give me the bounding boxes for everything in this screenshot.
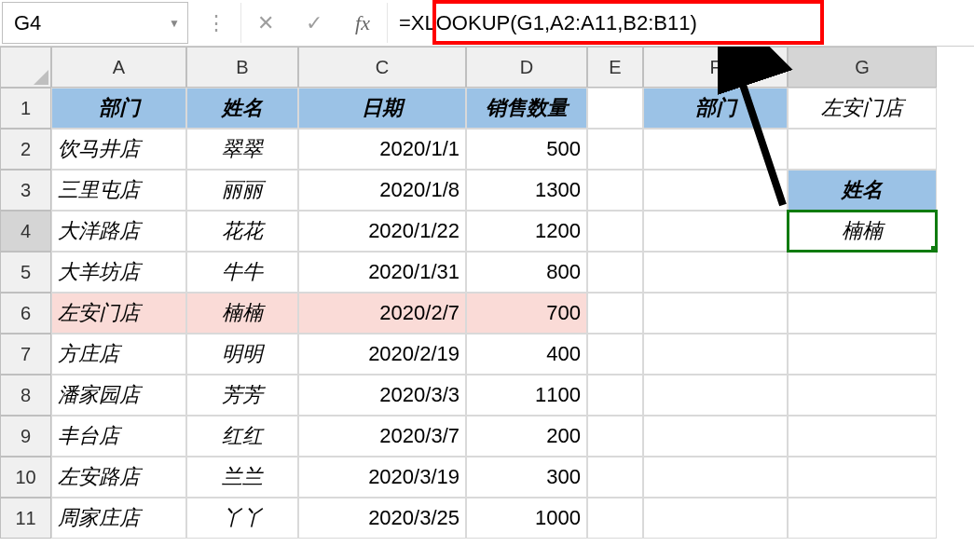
cell-D1[interactable]: 销售数量 [466, 88, 587, 129]
cell-D8[interactable]: 1100 [466, 375, 587, 416]
col-header-A[interactable]: A [51, 47, 186, 88]
row-header-2[interactable]: 2 [0, 129, 51, 170]
cell-E5[interactable] [587, 252, 643, 293]
cell-A4[interactable]: 大洋路店 [51, 211, 186, 252]
cell-B3[interactable]: 丽丽 [186, 170, 298, 211]
cell-C11[interactable]: 2020/3/25 [298, 498, 466, 539]
cell-B7[interactable]: 明明 [186, 334, 298, 375]
cell-F5[interactable] [643, 252, 788, 293]
cell-C10[interactable]: 2020/3/19 [298, 457, 466, 498]
select-all-corner[interactable] [0, 47, 51, 88]
cell-D9[interactable]: 200 [466, 416, 587, 457]
cell-F2[interactable] [643, 129, 788, 170]
cell-E3[interactable] [587, 170, 643, 211]
col-header-C[interactable]: C [298, 47, 466, 88]
spreadsheet-grid[interactable]: A B C D E F G 1 部门 姓名 日期 销售数量 部门 左安门店 2 … [0, 47, 974, 539]
cell-C6[interactable]: 2020/2/7 [298, 293, 466, 334]
row-header-4[interactable]: 4 [0, 211, 51, 252]
cell-D6[interactable]: 700 [466, 293, 587, 334]
cell-A1[interactable]: 部门 [51, 88, 186, 129]
cell-A6[interactable]: 左安门店 [51, 293, 186, 334]
row-header-1[interactable]: 1 [0, 88, 51, 129]
row-header-11[interactable]: 11 [0, 498, 51, 539]
cell-C8[interactable]: 2020/3/3 [298, 375, 466, 416]
cell-E10[interactable] [587, 457, 643, 498]
cell-E4[interactable] [587, 211, 643, 252]
cancel-icon[interactable]: ✕ [241, 0, 290, 46]
cell-F3[interactable] [643, 170, 788, 211]
cell-G3[interactable]: 姓名 [788, 170, 937, 211]
col-header-G[interactable]: G [788, 47, 937, 88]
cell-C9[interactable]: 2020/3/7 [298, 416, 466, 457]
cell-E1[interactable] [587, 88, 643, 129]
cell-G9[interactable] [788, 416, 937, 457]
cell-E7[interactable] [587, 334, 643, 375]
cell-B2[interactable]: 翠翠 [186, 129, 298, 170]
row-header-9[interactable]: 9 [0, 416, 51, 457]
cell-C1[interactable]: 日期 [298, 88, 466, 129]
cell-F1[interactable]: 部门 [643, 88, 788, 129]
cell-B4[interactable]: 花花 [186, 211, 298, 252]
cell-G1[interactable]: 左安门店 [788, 88, 937, 129]
fx-icon[interactable]: fx [338, 0, 387, 46]
cell-B11[interactable]: 丫丫 [186, 498, 298, 539]
cell-F10[interactable] [643, 457, 788, 498]
cell-F8[interactable] [643, 375, 788, 416]
col-header-E[interactable]: E [587, 47, 643, 88]
cell-F11[interactable] [643, 498, 788, 539]
cell-G11[interactable] [788, 498, 937, 539]
cell-E2[interactable] [587, 129, 643, 170]
col-header-D[interactable]: D [466, 47, 587, 88]
col-header-F[interactable]: F [643, 47, 788, 88]
cell-A5[interactable]: 大羊坊店 [51, 252, 186, 293]
cell-G8[interactable] [788, 375, 937, 416]
cell-G2[interactable] [788, 129, 937, 170]
cell-G10[interactable] [788, 457, 937, 498]
cell-E8[interactable] [587, 375, 643, 416]
cell-F4[interactable] [643, 211, 788, 252]
cell-B5[interactable]: 牛牛 [186, 252, 298, 293]
cell-F9[interactable] [643, 416, 788, 457]
cell-A10[interactable]: 左安路店 [51, 457, 186, 498]
cell-C3[interactable]: 2020/1/8 [298, 170, 466, 211]
cell-A7[interactable]: 方庄店 [51, 334, 186, 375]
cell-F7[interactable] [643, 334, 788, 375]
cell-G7[interactable] [788, 334, 937, 375]
row-header-8[interactable]: 8 [0, 375, 51, 416]
cell-B10[interactable]: 兰兰 [186, 457, 298, 498]
cell-C7[interactable]: 2020/2/19 [298, 334, 466, 375]
cell-F6[interactable] [643, 293, 788, 334]
name-box[interactable]: G4 ▼ [2, 2, 188, 44]
enter-icon[interactable]: ✓ [290, 0, 338, 46]
cell-D3[interactable]: 1300 [466, 170, 587, 211]
cell-A3[interactable]: 三里屯店 [51, 170, 186, 211]
row-header-3[interactable]: 3 [0, 170, 51, 211]
row-header-7[interactable]: 7 [0, 334, 51, 375]
cell-D7[interactable]: 400 [466, 334, 587, 375]
row-header-10[interactable]: 10 [0, 457, 51, 498]
cell-D2[interactable]: 500 [466, 129, 587, 170]
cell-C2[interactable]: 2020/1/1 [298, 129, 466, 170]
cell-D5[interactable]: 800 [466, 252, 587, 293]
cell-B1[interactable]: 姓名 [186, 88, 298, 129]
cell-G6[interactable] [788, 293, 937, 334]
cell-A9[interactable]: 丰台店 [51, 416, 186, 457]
cell-C4[interactable]: 2020/1/22 [298, 211, 466, 252]
name-box-dropdown-icon[interactable]: ▼ [169, 17, 180, 30]
cell-D4[interactable]: 1200 [466, 211, 587, 252]
cell-A8[interactable]: 潘家园店 [51, 375, 186, 416]
cell-A11[interactable]: 周家庄店 [51, 498, 186, 539]
cell-E6[interactable] [587, 293, 643, 334]
cell-D11[interactable]: 1000 [466, 498, 587, 539]
cell-E9[interactable] [587, 416, 643, 457]
col-header-B[interactable]: B [186, 47, 298, 88]
cell-G4[interactable]: 楠楠 [788, 211, 937, 252]
cell-C5[interactable]: 2020/1/31 [298, 252, 466, 293]
cell-G5[interactable] [788, 252, 937, 293]
cell-A2[interactable]: 饮马井店 [51, 129, 186, 170]
cell-E11[interactable] [587, 498, 643, 539]
formula-input[interactable]: =XLOOKUP(G1,A2:A11,B2:B11) [388, 0, 974, 46]
row-header-5[interactable]: 5 [0, 252, 51, 293]
cell-B9[interactable]: 红红 [186, 416, 298, 457]
row-header-6[interactable]: 6 [0, 293, 51, 334]
